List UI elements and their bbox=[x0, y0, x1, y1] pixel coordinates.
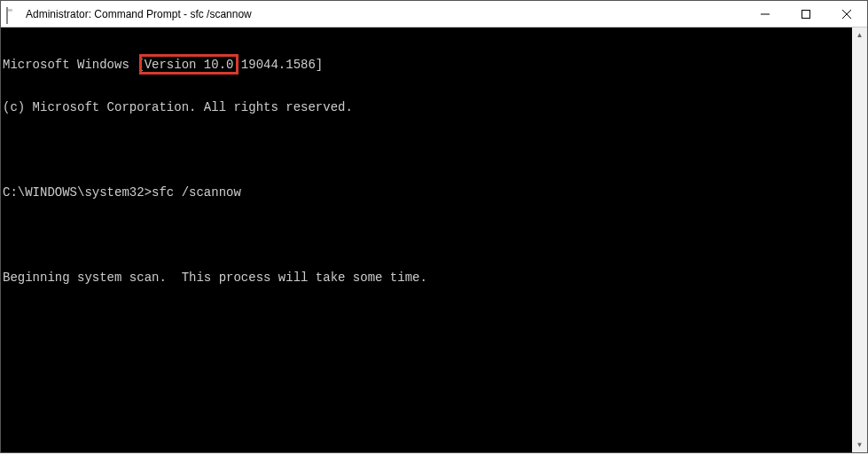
output-line bbox=[3, 228, 852, 242]
scroll-down-button[interactable]: ▼ bbox=[852, 437, 867, 452]
minimize-icon bbox=[761, 10, 770, 19]
terminal-output[interactable]: Microsoft Windows [Version 10.0.19044.15… bbox=[1, 27, 852, 452]
output-line bbox=[3, 143, 852, 157]
close-button[interactable] bbox=[826, 1, 867, 27]
window-controls bbox=[745, 1, 867, 27]
terminal-area: Microsoft Windows [Version 10.0.19044.15… bbox=[1, 27, 867, 452]
command-prompt-icon bbox=[6, 8, 20, 20]
prompt-text: C:\WINDOWS\system32> bbox=[3, 185, 152, 200]
svg-rect-1 bbox=[802, 10, 810, 18]
close-icon bbox=[842, 10, 851, 19]
command-prompt-window: Administrator: Command Prompt - sfc /sca… bbox=[0, 0, 868, 453]
prompt-line: C:\WINDOWS\system32>sfc /scannow bbox=[3, 185, 852, 200]
output-line: Beginning system scan. This process will… bbox=[3, 271, 852, 285]
vertical-scrollbar[interactable]: ▲ ▼ bbox=[852, 27, 867, 452]
output-line: Microsoft Windows [Version 10.0.19044.15… bbox=[3, 58, 852, 72]
chevron-down-icon: ▼ bbox=[856, 441, 864, 449]
output-line: (c) Microsoft Corporation. All rights re… bbox=[3, 100, 852, 114]
titlebar[interactable]: Administrator: Command Prompt - sfc /sca… bbox=[1, 1, 867, 27]
maximize-button[interactable] bbox=[786, 1, 826, 27]
chevron-up-icon: ▲ bbox=[856, 31, 864, 39]
minimize-button[interactable] bbox=[745, 1, 786, 27]
window-title: Administrator: Command Prompt - sfc /sca… bbox=[26, 8, 745, 20]
scroll-up-button[interactable]: ▲ bbox=[852, 27, 867, 43]
maximize-icon bbox=[802, 10, 810, 19]
scroll-track[interactable] bbox=[852, 43, 867, 437]
command-text: sfc /scannow bbox=[152, 185, 241, 200]
